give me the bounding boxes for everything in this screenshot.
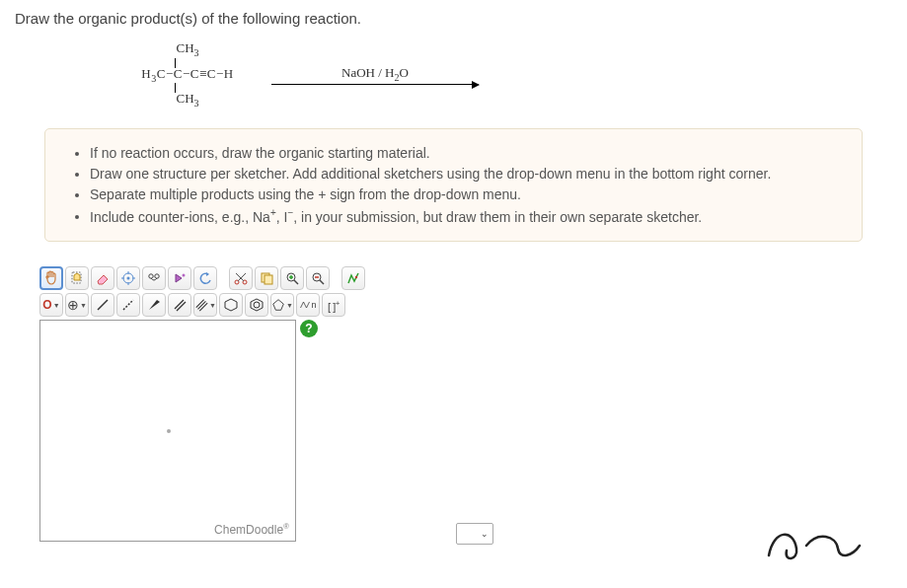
copy-icon [259,270,274,286]
sketcher-widget: O▼ ⊕▼ ▼ ▼ n [ ]+ [39,266,493,545]
bracket-label: [ ]+ [328,299,340,313]
copy-tool[interactable] [255,266,278,290]
atom-label: O [42,298,51,312]
atom-selector[interactable]: O▼ [39,293,63,317]
cut-tool[interactable] [229,266,253,290]
triple-bond-tool[interactable]: ▼ [193,293,217,317]
charge-tool[interactable]: ⊕▼ [65,293,89,317]
drawing-canvas[interactable]: ChemDoodle® [39,320,296,542]
wedge-icon [146,297,162,313]
plus-icon: ⊕ [67,297,79,313]
svg-point-13 [254,302,260,308]
canvas-origin-dot [167,429,171,433]
triple-bond-icon [194,297,208,313]
lasso-tool[interactable] [65,266,89,290]
svg-point-3 [149,274,153,278]
move-tool[interactable] [39,266,63,290]
toolbar-row-1 [39,266,493,290]
template-tool[interactable] [341,266,365,290]
clean-icon [146,270,162,286]
instructions-box: If no reaction occurs, draw the organic … [44,128,863,243]
instruction-item: Include counter-ions, e.g., Na+, I−, in … [90,205,842,228]
zoom-in-tool[interactable] [280,266,304,290]
template-icon [345,270,361,286]
undo-icon [197,270,213,286]
svg-point-12 [355,276,357,278]
zoom-out-tool[interactable] [306,266,330,290]
instruction-item: Draw one structure per sketcher. Add add… [90,164,842,184]
add-sketcher-dropdown[interactable]: ⌄ [456,523,493,545]
zoom-in-icon [284,270,300,286]
center-icon [120,270,136,286]
single-bond-icon [95,297,111,313]
scissors-icon [233,270,249,286]
double-bond-tool[interactable] [168,293,191,317]
chain-icon [299,297,311,313]
instruction-item: If no reaction occurs, draw the organic … [90,143,842,164]
single-bond-tool[interactable] [91,293,114,317]
instruction-item: Separate multiple products using the + s… [90,184,842,205]
svg-point-2 [127,277,130,280]
svg-point-5 [183,274,186,277]
reaction-scheme: CH3 H3C−C−C≡C−H CH3 NaOH / H2O [133,41,892,109]
double-bond-icon [172,297,188,313]
chevron-down-icon: ⌄ [481,529,489,539]
wedge-bond-tool[interactable] [142,293,166,317]
zoom-out-icon [310,270,326,286]
eraser-icon [95,270,111,286]
question-title: Draw the organic product(s) of the follo… [15,10,892,27]
chain-tool[interactable]: n [296,293,320,317]
dashed-bond-icon [120,297,136,313]
lasso-icon [69,270,85,286]
help-button[interactable]: ? [300,320,318,337]
flip-tool[interactable] [168,266,191,290]
bracket-tool[interactable]: [ ]+ [322,293,345,317]
hand-icon [43,270,59,286]
erase-tool[interactable] [91,266,114,290]
benzene-icon [249,297,265,313]
recessed-bond-tool[interactable] [116,293,140,317]
center-tool[interactable] [116,266,140,290]
flip-icon [172,270,188,286]
reactant-structure: CH3 H3C−C−C≡C−H CH3 [133,41,242,109]
undo-tool[interactable] [193,266,217,290]
handwritten-scribble [759,521,868,554]
clean-tool[interactable] [142,266,166,290]
svg-rect-9 [265,275,272,284]
cyclohexane-tool[interactable] [219,293,243,317]
benzene-tool[interactable] [245,293,268,317]
pentagon-icon [271,297,285,313]
ring-selector[interactable]: ▼ [270,293,294,317]
toolbar-row-2: O▼ ⊕▼ ▼ ▼ n [ ]+ [39,293,493,317]
brand-label: ChemDoodle® [214,522,289,537]
reaction-arrow: NaOH / H2O [271,65,479,86]
hexagon-icon [223,297,239,313]
svg-point-4 [155,274,159,278]
